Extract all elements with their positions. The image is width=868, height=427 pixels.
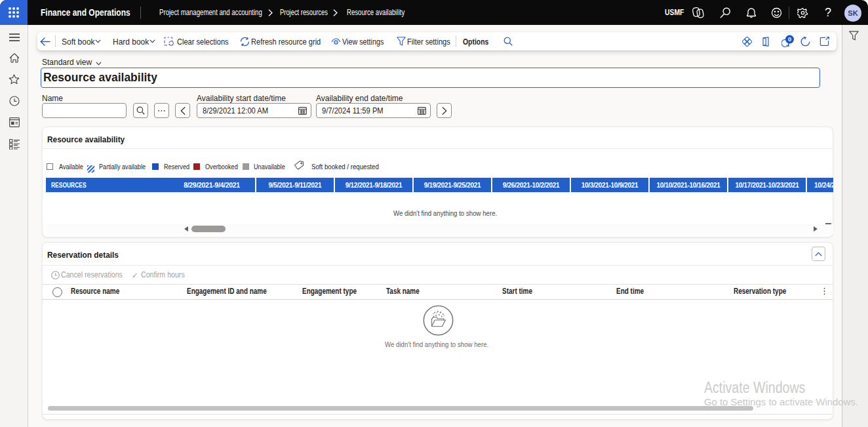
svg-text:0: 0 bbox=[788, 36, 791, 43]
